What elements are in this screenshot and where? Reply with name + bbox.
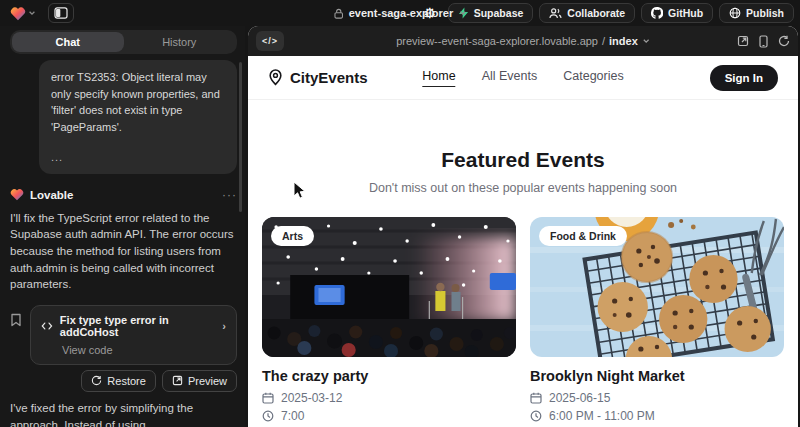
app-brand[interactable]: CityEvents [268, 69, 368, 86]
chevron-down-icon [458, 9, 466, 17]
refresh-icon [778, 35, 790, 47]
preview-url-bar[interactable]: preview--event-saga-explorer.lovable.app… [396, 35, 650, 47]
brand-name: CityEvents [290, 69, 368, 86]
message-menu-button[interactable]: ··· [222, 188, 237, 202]
preview-label: Preview [188, 375, 227, 387]
category-badge: Food & Drink [539, 226, 627, 246]
bookmark-icon [10, 313, 22, 327]
preview-button[interactable]: Preview [162, 370, 237, 392]
event-date: 2025-03-12 [281, 391, 342, 405]
calendar-icon [530, 392, 542, 404]
github-button[interactable]: GitHub [641, 3, 713, 23]
url-separator: / [602, 35, 605, 47]
event-time: 7:00 [281, 409, 304, 423]
message-actions: Restore Preview [10, 370, 237, 392]
event-title: Brooklyn Night Market [530, 368, 784, 384]
restore-label: Restore [107, 375, 146, 387]
event-meta: 2025-06-15 6:00 PM - 11:00 PM [530, 391, 784, 427]
hero-subtitle: Don't miss out on these popular events h… [248, 181, 798, 195]
map-pin-icon [268, 69, 283, 86]
lovable-heart-icon [10, 6, 26, 21]
user-error-message: error TS2353: Object literal may only sp… [39, 60, 237, 174]
top-bar-actions: ⚙ Supabase Collaborate Gi [418, 3, 794, 23]
user-error-text: error TS2353: Object literal may only sp… [51, 71, 220, 133]
preview-chrome-actions [737, 35, 790, 48]
lovable-editor-window: event-saga-explorer ⚙ Supabase Collabora… [0, 0, 800, 427]
top-bar: event-saga-explorer ⚙ Supabase Collabora… [0, 0, 800, 26]
preview-url: preview--event-saga-explorer.lovable.app [396, 35, 598, 47]
sidebar-toggle-button[interactable] [48, 3, 74, 23]
nav-home[interactable]: Home [422, 69, 455, 87]
lovable-heart-icon [10, 188, 24, 201]
lovable-logo-menu[interactable] [6, 4, 40, 23]
event-time: 6:00 PM - 11:00 PM [549, 409, 655, 423]
event-card-brooklyn-market[interactable]: Food & Drink Brooklyn Night Market 2025-… [530, 217, 784, 427]
chevron-down-icon [28, 9, 36, 17]
tab-chat[interactable]: Chat [12, 32, 124, 52]
tool-call-title: Fix type type error in addCoHost [60, 314, 215, 338]
restore-icon [91, 375, 102, 386]
hero-title: Featured Events [248, 148, 798, 172]
people-icon [549, 8, 562, 19]
event-card-crazy-party[interactable]: Arts The crazy party 2025-03-12 [262, 217, 516, 427]
refresh-button[interactable] [778, 35, 790, 47]
restore-button[interactable]: Restore [81, 370, 156, 392]
sidebar-tabs: Chat History [10, 30, 237, 54]
panel-icon [54, 7, 68, 19]
category-badge: Arts [271, 226, 314, 246]
app-nav: Home All Events Categories [422, 69, 623, 87]
event-date: 2025-06-15 [549, 391, 610, 405]
tool-call-card[interactable]: Fix type type error in addCoHost › View … [30, 305, 237, 365]
external-link-icon [737, 35, 749, 47]
event-meta: 2025-03-12 7:00 Barc [262, 391, 516, 427]
assistant-name: Lovable [30, 189, 73, 201]
globe-icon [729, 7, 741, 19]
clock-icon [530, 410, 542, 422]
hero-section: Featured Events Don't miss out on these … [248, 100, 798, 195]
nav-categories[interactable]: Categories [563, 69, 623, 87]
nav-all-events[interactable]: All Events [482, 69, 538, 87]
chevron-down-icon [642, 37, 650, 45]
supabase-label: Supabase [474, 7, 524, 19]
mobile-view-button[interactable] [759, 35, 768, 48]
tool-call-row: Fix type type error in addCoHost › View … [10, 305, 237, 365]
sidebar-scrollbar[interactable] [239, 62, 242, 212]
view-code-link[interactable]: View code [62, 344, 226, 356]
assistant-message-2: I've fixed the error by simplifying the … [10, 400, 237, 427]
lock-icon [334, 8, 344, 19]
preview-panel: </> preview--event-saga-explorer.lovable… [248, 26, 798, 427]
github-icon [651, 7, 663, 19]
assistant-message-1: I'll fix the TypeScript error related to… [10, 210, 237, 293]
app-header: CityEvents Home All Events Categories Si… [248, 56, 798, 100]
sign-in-button[interactable]: Sign In [710, 65, 778, 91]
code-view-button[interactable]: </> [256, 31, 284, 51]
assistant-header: Lovable ··· [10, 188, 237, 202]
chevron-right-icon: › [222, 320, 226, 332]
top-bar-left [6, 3, 74, 23]
assistant-message-2-text-1: I've fixed the error by simplifying the … [10, 402, 193, 427]
project-selector[interactable]: event-saga-explorer [334, 0, 467, 26]
clock-icon [262, 410, 274, 422]
chat-sidebar: Chat History error TS2353: Object litera… [0, 26, 245, 427]
collaborate-label: Collaborate [567, 7, 625, 19]
mobile-icon [759, 35, 768, 48]
event-title: The crazy party [262, 368, 516, 384]
preview-chrome-bar: </> preview--event-saga-explorer.lovable… [248, 26, 798, 56]
collaborate-button[interactable]: Collaborate [539, 3, 635, 23]
tab-history[interactable]: History [124, 32, 236, 52]
github-label: GitHub [668, 7, 703, 19]
calendar-icon [262, 392, 274, 404]
event-cards: Arts The crazy party 2025-03-12 [248, 217, 798, 427]
preview-page: index [609, 35, 638, 47]
external-link-icon [172, 375, 183, 386]
code-icon [41, 321, 53, 331]
publish-button[interactable]: Publish [719, 3, 794, 23]
open-in-new-tab-button[interactable] [737, 35, 749, 47]
message-expand[interactable]: ... [51, 149, 225, 166]
project-name: event-saga-explorer [349, 7, 454, 19]
publish-label: Publish [746, 7, 784, 19]
